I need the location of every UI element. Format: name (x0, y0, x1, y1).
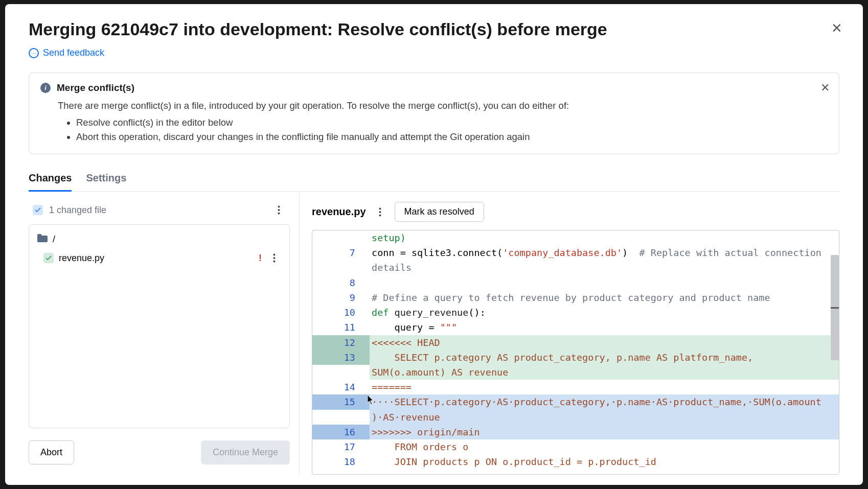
code-content[interactable]: # Define a query to fetch revenue by pro… (370, 290, 839, 305)
code-line[interactable]: 12<<<<<<< HEAD (312, 335, 839, 350)
svg-point-1 (278, 209, 280, 211)
file-tree: / revenue.py ! (29, 224, 290, 428)
line-number: 14 (312, 380, 370, 394)
file-name-label: revenue.py (59, 253, 104, 264)
code-content[interactable]: SELECT p.category AS product_category, p… (370, 350, 839, 380)
code-editor[interactable]: setup)7conn = sqlite3.connect('company_d… (312, 230, 839, 475)
close-icon[interactable]: ✕ (831, 21, 842, 35)
alert-bullet: Abort this operation, discard your chang… (76, 130, 828, 145)
code-content[interactable]: conn = sqlite3.connect('company_database… (370, 245, 839, 275)
line-number: 12 (312, 335, 370, 350)
alert-close-icon[interactable]: ✕ (820, 81, 830, 95)
changed-files-count: 1 changed file (49, 205, 265, 216)
code-line[interactable]: 18 JOIN products p ON o.product_id = p.p… (312, 454, 839, 469)
mark-resolved-button[interactable]: Mark as resolved (395, 202, 484, 222)
code-content[interactable]: FROM orders o (370, 439, 839, 454)
alert-intro: There are merge conflict(s) in a file, i… (58, 99, 828, 113)
send-feedback-link[interactable]: Send feedback (29, 48, 104, 58)
line-number: 17 (312, 439, 370, 454)
line-number: 8 (312, 275, 370, 290)
alert-bullet: Resolve conflict(s) in the editor below (76, 115, 828, 130)
svg-point-7 (379, 211, 381, 213)
tab-changes[interactable]: Changes (29, 167, 72, 192)
code-content[interactable]: JOIN products p ON o.product_id = p.prod… (370, 454, 839, 469)
scrollbar-mark (831, 307, 839, 309)
changed-files-menu-icon[interactable] (271, 203, 286, 217)
merge-conflict-alert: ✕ i Merge conflict(s) There are merge co… (29, 73, 839, 154)
merge-conflict-modal: ✕ Merging 621049c7 into development: Res… (5, 4, 863, 485)
tree-root[interactable]: / (34, 231, 284, 248)
code-line[interactable]: setup) (312, 230, 839, 245)
alert-bullets: Resolve conflict(s) in the editor below … (76, 115, 828, 145)
line-number: 9 (312, 290, 370, 305)
code-content[interactable]: def query_revenue(): (370, 305, 839, 320)
svg-point-3 (273, 254, 275, 256)
feedback-label: Send feedback (43, 48, 104, 58)
code-content[interactable]: >>>>>>> origin/main (370, 425, 839, 439)
code-line[interactable]: 17 FROM orders o (312, 439, 839, 454)
tab-bar: Changes Settings (29, 167, 839, 192)
line-number: 15 (312, 394, 370, 409)
info-icon: i (40, 83, 51, 93)
code-content[interactable]: ======= (370, 380, 839, 394)
chat-icon (29, 48, 39, 58)
file-header: revenue.py Mark as resolved (312, 202, 839, 222)
file-header-menu-icon[interactable] (373, 205, 387, 219)
tab-settings[interactable]: Settings (86, 167, 126, 192)
line-number: 16 (312, 425, 370, 439)
line-number: 7 (312, 245, 370, 260)
folder-icon (37, 234, 48, 245)
code-line[interactable]: 14======= (312, 380, 839, 394)
code-content[interactable]: <<<<<<< HEAD (370, 335, 839, 350)
code-line[interactable]: 8 (312, 275, 839, 290)
svg-point-4 (273, 257, 275, 259)
code-line[interactable]: 10def query_revenue(): (312, 305, 839, 320)
svg-point-2 (278, 213, 280, 215)
editor-file-name: revenue.py (312, 206, 366, 218)
continue-merge-button: Continue Merge (201, 440, 290, 464)
svg-point-8 (379, 214, 381, 216)
code-line[interactable]: 11 query = """ (312, 320, 839, 335)
line-number: 13 (312, 350, 370, 365)
line-number: 11 (312, 320, 370, 335)
file-item-menu-icon[interactable] (267, 251, 281, 265)
right-panel: revenue.py Mark as resolved setup)7conn … (300, 193, 839, 475)
content-area: 1 changed file / revenue.py ! (29, 193, 839, 475)
left-panel: 1 changed file / revenue.py ! (29, 193, 300, 475)
svg-point-5 (273, 261, 275, 263)
file-checkbox[interactable] (43, 253, 54, 263)
tree-file-item[interactable]: revenue.py ! (34, 248, 284, 268)
code-line[interactable]: 7conn = sqlite3.connect('company_databas… (312, 245, 839, 275)
code-line[interactable]: 13 SELECT p.category AS product_category… (312, 350, 839, 380)
code-content[interactable]: setup) (370, 230, 839, 245)
button-row: Abort Continue Merge (29, 440, 290, 464)
code-content[interactable]: ····SELECT·p.category·AS·product_categor… (370, 394, 839, 424)
abort-button[interactable]: Abort (29, 440, 74, 464)
code-line[interactable]: 16>>>>>>> origin/main (312, 425, 839, 439)
alert-body: There are merge conflict(s) in a file, i… (40, 99, 828, 145)
modal-header: ✕ Merging 621049c7 into development: Res… (29, 18, 839, 73)
code-line[interactable]: 9# Define a query to fetch revenue by pr… (312, 290, 839, 305)
changed-files-header: 1 changed file (29, 203, 290, 224)
conflict-indicator-icon: ! (259, 253, 262, 264)
alert-title-row: i Merge conflict(s) (40, 82, 828, 94)
modal-title: Merging 621049c7 into development: Resol… (29, 18, 839, 40)
svg-point-6 (379, 207, 381, 209)
code-line[interactable]: 15····SELECT·p.category·AS·product_categ… (312, 394, 839, 424)
code-content[interactable]: query = """ (370, 320, 839, 335)
tree-root-label: / (53, 234, 55, 245)
select-all-checkbox[interactable] (33, 205, 43, 215)
svg-point-0 (278, 206, 280, 208)
line-number: 10 (312, 305, 370, 320)
alert-title: Merge conflict(s) (57, 82, 134, 94)
line-number: 18 (312, 454, 370, 469)
